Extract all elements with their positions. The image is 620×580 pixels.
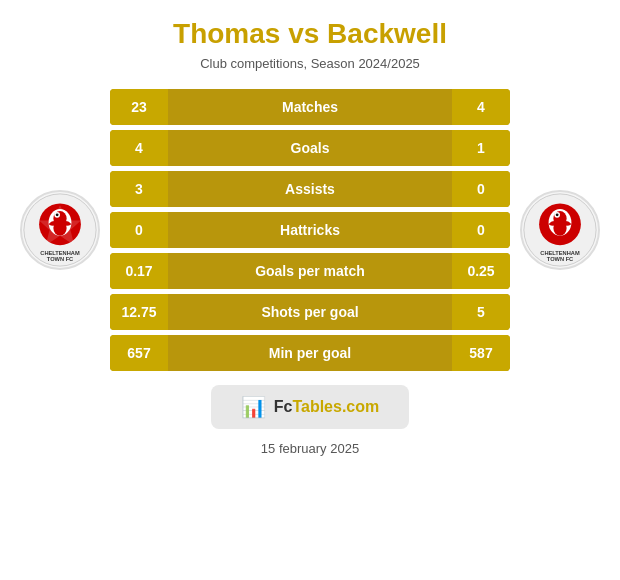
table-row: 4 Goals 1 bbox=[110, 130, 510, 166]
stat-label-hattricks: Hattricks bbox=[168, 212, 452, 248]
stat-label-assists: Assists bbox=[168, 171, 452, 207]
left-team-svg: CHELTENHAM TOWN FC bbox=[22, 192, 98, 268]
svg-point-7 bbox=[53, 221, 66, 236]
watermark: 📊 FcTables.com bbox=[211, 385, 410, 429]
svg-point-16 bbox=[553, 221, 566, 236]
svg-text:TOWN FC: TOWN FC bbox=[47, 256, 73, 262]
stat-left-spg: 12.75 bbox=[110, 294, 168, 330]
footer-date: 15 february 2025 bbox=[261, 441, 359, 456]
stat-right-spg: 5 bbox=[452, 294, 510, 330]
stat-label-mpg: Min per goal bbox=[168, 335, 452, 371]
right-team-logo-area: CHELTENHAM TOWN FC bbox=[510, 190, 610, 270]
stat-right-mpg: 587 bbox=[452, 335, 510, 371]
left-team-badge: CHELTENHAM TOWN FC bbox=[20, 190, 100, 270]
right-team-badge: CHELTENHAM TOWN FC bbox=[520, 190, 600, 270]
watermark-row: 📊 FcTables.com bbox=[10, 385, 610, 429]
stat-label-goals: Goals bbox=[168, 130, 452, 166]
stat-right-assists: 0 bbox=[452, 171, 510, 207]
stats-area: 23 Matches 4 4 Goals 1 3 Assists 0 0 Hat… bbox=[110, 89, 510, 371]
right-team-svg: CHELTENHAM TOWN FC bbox=[522, 192, 598, 268]
stat-right-matches: 4 bbox=[452, 89, 510, 125]
table-row: 0 Hattricks 0 bbox=[110, 212, 510, 248]
page-subtitle: Club competitions, Season 2024/2025 bbox=[200, 56, 420, 71]
stat-label-spg: Shots per goal bbox=[168, 294, 452, 330]
page-title: Thomas vs Backwell bbox=[173, 18, 447, 50]
svg-text:TOWN FC: TOWN FC bbox=[547, 256, 573, 262]
stat-label-gpm: Goals per match bbox=[168, 253, 452, 289]
table-row: 0.17 Goals per match 0.25 bbox=[110, 253, 510, 289]
main-content: CHELTENHAM TOWN FC 23 Matches 4 4 Goals … bbox=[10, 89, 610, 371]
left-team-logo-area: CHELTENHAM TOWN FC bbox=[10, 190, 110, 270]
svg-point-6 bbox=[56, 213, 59, 216]
svg-text:CHELTENHAM: CHELTENHAM bbox=[40, 250, 80, 256]
stat-right-goals: 1 bbox=[452, 130, 510, 166]
stat-left-hattricks: 0 bbox=[110, 212, 168, 248]
stat-right-gpm: 0.25 bbox=[452, 253, 510, 289]
table-row: 3 Assists 0 bbox=[110, 171, 510, 207]
watermark-text: FcTables.com bbox=[274, 398, 380, 416]
stat-right-hattricks: 0 bbox=[452, 212, 510, 248]
svg-text:CHELTENHAM: CHELTENHAM bbox=[540, 250, 580, 256]
stat-left-matches: 23 bbox=[110, 89, 168, 125]
table-row: 12.75 Shots per goal 5 bbox=[110, 294, 510, 330]
svg-point-15 bbox=[556, 213, 559, 216]
watermark-icon: 📊 bbox=[241, 395, 266, 419]
stat-left-mpg: 657 bbox=[110, 335, 168, 371]
table-row: 23 Matches 4 bbox=[110, 89, 510, 125]
stat-left-gpm: 0.17 bbox=[110, 253, 168, 289]
stat-label-matches: Matches bbox=[168, 89, 452, 125]
table-row: 657 Min per goal 587 bbox=[110, 335, 510, 371]
page-container: Thomas vs Backwell Club competitions, Se… bbox=[0, 0, 620, 580]
stat-left-goals: 4 bbox=[110, 130, 168, 166]
stat-left-assists: 3 bbox=[110, 171, 168, 207]
